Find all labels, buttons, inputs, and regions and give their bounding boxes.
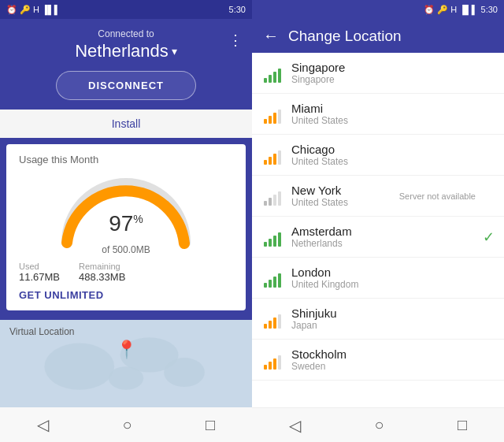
location-text: StockholmSweden [291, 347, 493, 372]
location-text: MiamiUnited States [291, 102, 493, 126]
install-banner: Install [0, 110, 252, 138]
gauge-percent: 97% [109, 211, 143, 236]
connected-to-label: Connected to [13, 28, 239, 39]
square-nav-left[interactable]: □ [206, 416, 215, 434]
svg-point-3 [164, 358, 205, 387]
location-city: Chicago [291, 143, 493, 156]
location-country: Sweden [291, 361, 493, 372]
home-nav-left[interactable]: ○ [122, 416, 132, 434]
signal-strength-icon [263, 146, 282, 165]
usage-gauge: 97% [55, 172, 197, 243]
time-right: 5:30 [481, 5, 498, 14]
location-text: LondonUnited Kingdom [291, 266, 493, 290]
location-list: SingaporeSingaporeMiamiUnited StatesChic… [252, 53, 504, 407]
signal-strength-icon [263, 105, 282, 124]
location-item[interactable]: ChicagoUnited States [252, 135, 504, 176]
svg-point-2 [109, 366, 143, 390]
status-icons-left: ⏰ 🔑 H ▐▌▌ [6, 5, 61, 15]
location-item[interactable]: AmsterdamNetherlands✓ [252, 217, 504, 258]
home-nav-right[interactable]: ○ [374, 416, 384, 434]
vpn-header: Connected to Netherlands ▾ ⋮ [0, 19, 252, 68]
install-link[interactable]: Install [112, 117, 141, 130]
location-item[interactable]: New YorkUnited StatesServer not availabl… [252, 176, 504, 217]
status-bar-left: ⏰ 🔑 H ▐▌▌ 5:30 [0, 0, 252, 19]
usage-stats: Used 11.67MB Remaining 488.33MB [19, 262, 233, 283]
location-item[interactable]: SingaporeSingapore [252, 53, 504, 94]
location-country: Singapore [291, 74, 493, 85]
svg-point-0 [44, 344, 114, 390]
usage-title: Usage this Month [19, 154, 233, 165]
location-city: Stockholm [291, 347, 493, 361]
location-city: Shinjuku [291, 306, 493, 320]
change-location-header: ← Change Location [252, 19, 504, 53]
usage-card: Usage this Month 97% of 500.0MB Used 11.… [6, 144, 246, 310]
disconnect-button[interactable]: DISCONNECT [56, 71, 196, 100]
map-container: Virtual Location 📍 [0, 320, 252, 407]
back-icon[interactable]: ← [263, 27, 279, 45]
right-panel: ⏰ 🔑 H ▐▌▌ 5:30 ← Change Location Singapo… [252, 0, 504, 442]
change-location-title: Change Location [288, 28, 402, 45]
map-pin: 📍 [116, 340, 137, 360]
location-country: Netherlands [291, 238, 493, 249]
location-city: London [291, 266, 493, 279]
selected-checkmark-icon: ✓ [483, 228, 495, 246]
nav-bar-right: ◁ ○ □ [252, 407, 504, 442]
signal-strength-icon [263, 351, 282, 370]
location-country: United Kingdom [291, 279, 493, 290]
location-item[interactable]: LondonUnited Kingdom [252, 258, 504, 299]
signal-strength-icon [263, 310, 282, 329]
get-unlimited-button[interactable]: GET UNLIMITED [19, 289, 233, 301]
signal-strength-icon [263, 269, 282, 288]
location-item[interactable]: StockholmSweden [252, 340, 504, 381]
location-text: ShinjukuJapan [291, 306, 493, 331]
location-city: Singapore [291, 61, 493, 74]
location-text: AmsterdamNetherlands [291, 225, 493, 249]
signal-strength-icon [263, 228, 282, 247]
left-panel: ⏰ 🔑 H ▐▌▌ 5:30 Connected to Netherlands … [0, 0, 252, 442]
time-left: 5:30 [229, 5, 246, 14]
more-options-icon[interactable]: ⋮ [228, 32, 243, 49]
chevron-down-icon: ▾ [172, 45, 177, 58]
server-unavailable-label: Server not available [399, 191, 476, 201]
connected-country: Netherlands ▾ [13, 41, 239, 61]
location-country: United States [291, 115, 493, 126]
map-svg [0, 320, 252, 407]
status-icons-right: ⏰ 🔑 H ▐▌▌ [424, 5, 478, 15]
nav-bar-left: ◁ ○ □ [0, 407, 252, 442]
location-country: Japan [291, 320, 493, 331]
location-city: Miami [291, 102, 493, 115]
location-city: Amsterdam [291, 225, 493, 238]
remaining-stat: Remaining 488.33MB [79, 262, 125, 283]
back-nav-left[interactable]: ◁ [37, 415, 49, 434]
square-nav-right[interactable]: □ [458, 416, 467, 434]
location-text: ChicagoUnited States [291, 143, 493, 167]
signal-strength-icon [263, 64, 282, 83]
status-bar-right: ⏰ 🔑 H ▐▌▌ 5:30 [252, 0, 504, 19]
location-text: SingaporeSingapore [291, 61, 493, 85]
used-stat: Used 11.67MB [19, 262, 60, 283]
location-country: United States [291, 156, 493, 167]
location-item[interactable]: ShinjukuJapan [252, 299, 504, 340]
location-item[interactable]: MiamiUnited States [252, 94, 504, 135]
signal-strength-icon [263, 187, 282, 206]
back-nav-right[interactable]: ◁ [289, 416, 301, 435]
